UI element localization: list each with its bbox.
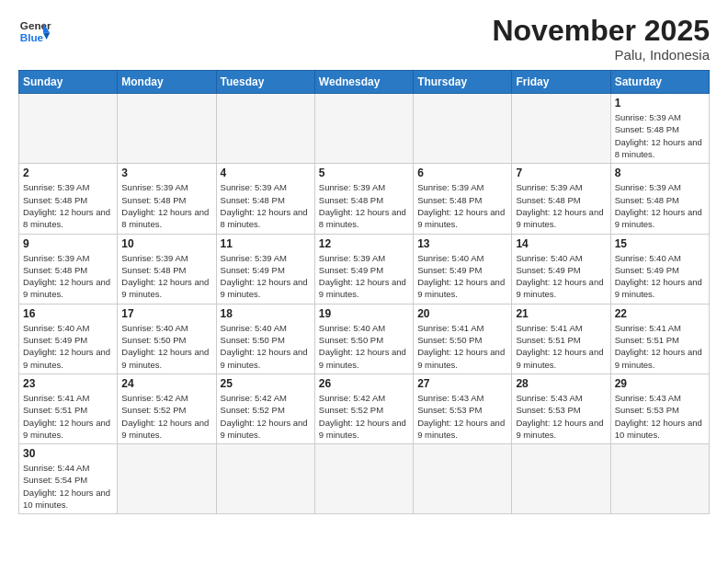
calendar-week-row: 1Sunrise: 5:39 AM Sunset: 5:48 PM Daylig… xyxy=(19,94,710,164)
day-number: 23 xyxy=(23,377,113,390)
calendar-cell: 4Sunrise: 5:39 AM Sunset: 5:48 PM Daylig… xyxy=(216,164,314,234)
day-info: Sunrise: 5:40 AM Sunset: 5:49 PM Dayligh… xyxy=(516,252,606,301)
calendar-cell: 19Sunrise: 5:40 AM Sunset: 5:50 PM Dayli… xyxy=(314,304,413,373)
calendar-cell: 18Sunrise: 5:40 AM Sunset: 5:50 PM Dayli… xyxy=(216,304,314,373)
col-thursday: Thursday xyxy=(414,71,512,94)
calendar-week-row: 30Sunrise: 5:44 AM Sunset: 5:54 PM Dayli… xyxy=(19,444,710,514)
day-info: Sunrise: 5:43 AM Sunset: 5:53 PM Dayligh… xyxy=(516,392,606,441)
calendar-cell: 27Sunrise: 5:43 AM Sunset: 5:53 PM Dayli… xyxy=(414,373,512,443)
calendar-cell: 21Sunrise: 5:41 AM Sunset: 5:51 PM Dayli… xyxy=(512,304,610,373)
day-number: 10 xyxy=(121,237,211,250)
day-number: 12 xyxy=(319,237,409,250)
day-number: 27 xyxy=(417,377,507,390)
col-sunday: Sunday xyxy=(19,71,118,94)
calendar-cell: 30Sunrise: 5:44 AM Sunset: 5:54 PM Dayli… xyxy=(19,444,118,514)
calendar-cell: 24Sunrise: 5:42 AM Sunset: 5:52 PM Dayli… xyxy=(118,373,216,443)
day-info: Sunrise: 5:41 AM Sunset: 5:51 PM Dayligh… xyxy=(615,322,705,371)
calendar-cell: 2Sunrise: 5:39 AM Sunset: 5:48 PM Daylig… xyxy=(19,164,118,234)
title-section: November 2025 Palu, Indonesia xyxy=(492,15,710,63)
day-info: Sunrise: 5:40 AM Sunset: 5:50 PM Dayligh… xyxy=(319,322,409,371)
day-info: Sunrise: 5:39 AM Sunset: 5:49 PM Dayligh… xyxy=(319,252,409,301)
calendar-cell xyxy=(610,444,709,514)
svg-text:Blue: Blue xyxy=(20,31,44,43)
col-saturday: Saturday xyxy=(610,71,709,94)
day-info: Sunrise: 5:39 AM Sunset: 5:49 PM Dayligh… xyxy=(221,252,311,301)
calendar-cell xyxy=(314,444,413,514)
day-number: 1 xyxy=(615,97,705,109)
calendar-cell: 7Sunrise: 5:39 AM Sunset: 5:48 PM Daylig… xyxy=(512,164,610,234)
calendar-cell: 12Sunrise: 5:39 AM Sunset: 5:49 PM Dayli… xyxy=(314,234,413,304)
calendar-cell xyxy=(512,94,610,164)
calendar-week-row: 23Sunrise: 5:41 AM Sunset: 5:51 PM Dayli… xyxy=(19,373,710,443)
calendar-cell xyxy=(216,444,314,514)
day-number: 22 xyxy=(615,307,705,320)
calendar-week-row: 16Sunrise: 5:40 AM Sunset: 5:49 PM Dayli… xyxy=(19,304,710,373)
page: General Blue November 2025 Palu, Indones… xyxy=(0,0,728,563)
location: Palu, Indonesia xyxy=(492,47,710,63)
day-info: Sunrise: 5:39 AM Sunset: 5:48 PM Dayligh… xyxy=(615,181,705,230)
day-number: 15 xyxy=(615,237,705,250)
day-info: Sunrise: 5:43 AM Sunset: 5:53 PM Dayligh… xyxy=(615,392,705,441)
calendar-cell xyxy=(118,444,216,514)
calendar-cell: 28Sunrise: 5:43 AM Sunset: 5:53 PM Dayli… xyxy=(512,373,610,443)
calendar-cell: 17Sunrise: 5:40 AM Sunset: 5:50 PM Dayli… xyxy=(118,304,216,373)
calendar-cell xyxy=(414,94,512,164)
calendar-cell xyxy=(512,444,610,514)
calendar-cell: 9Sunrise: 5:39 AM Sunset: 5:48 PM Daylig… xyxy=(19,234,118,304)
day-info: Sunrise: 5:41 AM Sunset: 5:51 PM Dayligh… xyxy=(516,322,606,371)
day-number: 3 xyxy=(121,167,211,179)
day-number: 4 xyxy=(221,167,311,179)
day-info: Sunrise: 5:42 AM Sunset: 5:52 PM Dayligh… xyxy=(319,392,409,441)
calendar-cell: 11Sunrise: 5:39 AM Sunset: 5:49 PM Dayli… xyxy=(216,234,314,304)
calendar-cell: 15Sunrise: 5:40 AM Sunset: 5:49 PM Dayli… xyxy=(610,234,709,304)
day-info: Sunrise: 5:40 AM Sunset: 5:50 PM Dayligh… xyxy=(221,322,311,371)
calendar-cell: 1Sunrise: 5:39 AM Sunset: 5:48 PM Daylig… xyxy=(610,94,709,164)
calendar-week-row: 2Sunrise: 5:39 AM Sunset: 5:48 PM Daylig… xyxy=(19,164,710,234)
day-info: Sunrise: 5:39 AM Sunset: 5:48 PM Dayligh… xyxy=(23,252,113,301)
calendar-cell: 3Sunrise: 5:39 AM Sunset: 5:48 PM Daylig… xyxy=(118,164,216,234)
day-info: Sunrise: 5:41 AM Sunset: 5:51 PM Dayligh… xyxy=(23,392,113,441)
calendar-table: Sunday Monday Tuesday Wednesday Thursday… xyxy=(18,70,710,514)
day-number: 8 xyxy=(615,167,705,179)
calendar-cell xyxy=(414,444,512,514)
day-number: 24 xyxy=(121,377,211,390)
calendar-cell: 13Sunrise: 5:40 AM Sunset: 5:49 PM Dayli… xyxy=(414,234,512,304)
day-info: Sunrise: 5:39 AM Sunset: 5:48 PM Dayligh… xyxy=(516,181,606,230)
day-number: 25 xyxy=(221,377,311,390)
calendar-week-row: 9Sunrise: 5:39 AM Sunset: 5:48 PM Daylig… xyxy=(19,234,710,304)
day-info: Sunrise: 5:44 AM Sunset: 5:54 PM Dayligh… xyxy=(23,462,113,511)
day-number: 30 xyxy=(23,447,113,460)
header: General Blue November 2025 Palu, Indones… xyxy=(18,15,710,63)
day-info: Sunrise: 5:40 AM Sunset: 5:49 PM Dayligh… xyxy=(23,322,113,371)
calendar-cell: 8Sunrise: 5:39 AM Sunset: 5:48 PM Daylig… xyxy=(610,164,709,234)
calendar-cell xyxy=(216,94,314,164)
col-friday: Friday xyxy=(512,71,610,94)
day-info: Sunrise: 5:39 AM Sunset: 5:48 PM Dayligh… xyxy=(417,181,507,230)
calendar-cell: 10Sunrise: 5:39 AM Sunset: 5:48 PM Dayli… xyxy=(118,234,216,304)
day-number: 9 xyxy=(23,237,113,250)
month-title: November 2025 xyxy=(492,15,710,47)
calendar-cell: 22Sunrise: 5:41 AM Sunset: 5:51 PM Dayli… xyxy=(610,304,709,373)
calendar-cell: 25Sunrise: 5:42 AM Sunset: 5:52 PM Dayli… xyxy=(216,373,314,443)
day-info: Sunrise: 5:39 AM Sunset: 5:48 PM Dayligh… xyxy=(121,181,211,230)
day-info: Sunrise: 5:42 AM Sunset: 5:52 PM Dayligh… xyxy=(221,392,311,441)
calendar-cell: 26Sunrise: 5:42 AM Sunset: 5:52 PM Dayli… xyxy=(314,373,413,443)
generalblue-logo-icon: General Blue xyxy=(18,15,51,48)
day-number: 19 xyxy=(319,307,409,320)
svg-marker-3 xyxy=(43,33,50,40)
day-number: 20 xyxy=(417,307,507,320)
col-tuesday: Tuesday xyxy=(216,71,314,94)
day-number: 13 xyxy=(417,237,507,250)
day-number: 29 xyxy=(615,377,705,390)
day-info: Sunrise: 5:39 AM Sunset: 5:48 PM Dayligh… xyxy=(23,181,113,230)
day-info: Sunrise: 5:39 AM Sunset: 5:48 PM Dayligh… xyxy=(615,111,705,160)
col-wednesday: Wednesday xyxy=(314,71,413,94)
day-info: Sunrise: 5:41 AM Sunset: 5:50 PM Dayligh… xyxy=(417,322,507,371)
day-number: 26 xyxy=(319,377,409,390)
day-number: 17 xyxy=(121,307,211,320)
calendar-cell: 23Sunrise: 5:41 AM Sunset: 5:51 PM Dayli… xyxy=(19,373,118,443)
calendar-cell: 16Sunrise: 5:40 AM Sunset: 5:49 PM Dayli… xyxy=(19,304,118,373)
calendar-cell: 20Sunrise: 5:41 AM Sunset: 5:50 PM Dayli… xyxy=(414,304,512,373)
col-monday: Monday xyxy=(118,71,216,94)
day-number: 16 xyxy=(23,307,113,320)
